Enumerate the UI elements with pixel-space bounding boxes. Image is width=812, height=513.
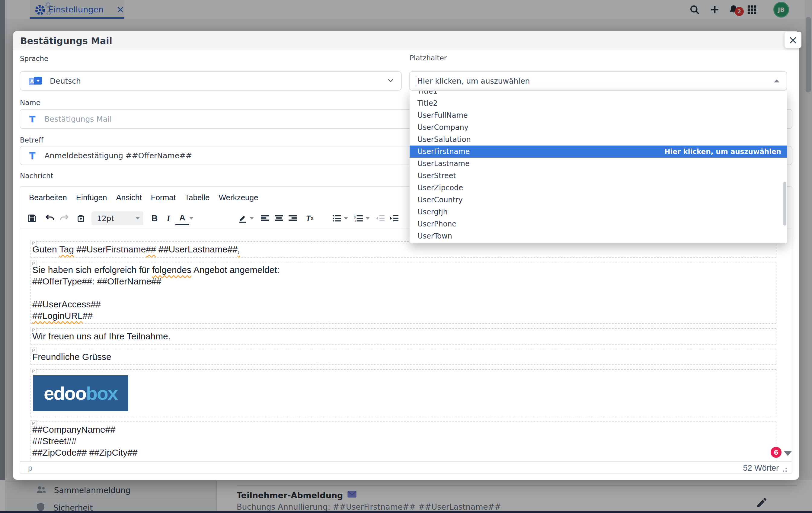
dropdown-item[interactable]: UserPhone [410,218,787,230]
paragraph-block: P edoobox [30,369,776,417]
name-label: Name [20,99,40,107]
menu-tabelle[interactable]: Tabelle [180,191,214,205]
chevron-down-icon [136,217,140,220]
text-color-icon[interactable]: A [175,211,189,225]
dropdown-item[interactable]: UserCountry [410,194,787,206]
page: Einstellungen × 2 [0,0,812,513]
undo-icon[interactable] [43,211,57,225]
dropdown-item[interactable]: Title1 [410,91,787,97]
language-icon: A✦ [29,75,42,87]
block-tag-label: P [30,420,36,427]
chevron-down-icon[interactable] [366,217,370,220]
block-tag-label: P [30,261,36,267]
font-size-select[interactable]: 12pt [91,211,143,225]
dropdown-item[interactable]: UserZipcode [410,182,787,194]
bullet-list-icon[interactable] [330,211,344,225]
numbered-list-icon[interactable]: 123 [352,211,366,225]
dropdown-item[interactable]: Usergfjh [410,206,787,218]
dropdown-item-label: UserFirstname [417,146,470,158]
paragraph-block: P Guten Tag ##UserFirstname## ##UserLast… [30,241,776,258]
editor-statusbar: p 52 Wörter [20,461,792,474]
chevron-down-icon[interactable] [250,217,254,220]
italic-icon[interactable]: I [162,211,175,225]
chevron-down-icon[interactable] [189,217,194,220]
paste-icon[interactable] [74,211,88,225]
align-center-icon[interactable] [272,211,286,225]
align-right-icon[interactable] [286,211,300,225]
scroll-down-arrow-icon[interactable] [784,451,792,456]
save-icon[interactable] [25,211,39,225]
menu-format[interactable]: Format [146,191,180,205]
nachricht-label: Nachricht [20,172,53,180]
dropdown-item[interactable]: UserLastname [410,158,787,170]
bold-icon[interactable]: B [148,211,162,225]
dropdown-item[interactable]: UserTown [410,230,787,242]
word-count: 52 Wörter [743,463,779,473]
text-cursor [416,76,416,86]
platzhalter-combobox[interactable]: Hier klicken, um auszuwählen [409,71,787,91]
modal-bestaetigungs-mail: Bestätigungs Mail × Sprache A✦ Deutsch P… [13,31,799,480]
betreff-value: Anmeldebestätigung ##OfferName## [45,151,192,160]
paragraph-block: P ##CompanyName## ##Street## ##ZipCode##… [30,422,776,461]
font-size-value: 12pt [97,214,114,223]
dropdown-scrollbar-thumb[interactable] [783,182,786,226]
redo-icon[interactable] [57,211,71,225]
indent-icon[interactable] [387,211,401,225]
paragraph-block: P Wir freuen uns auf Ihre Teilnahme. [30,328,776,344]
editor-content[interactable]: P Guten Tag ##UserFirstname## ##UserLast… [20,229,792,461]
modal-header: Bestätigungs Mail [13,31,799,51]
menu-ansicht[interactable]: Ansicht [111,191,146,205]
text-field-icon: T [29,150,35,161]
menu-bearbeiten[interactable]: Bearbeiten [25,191,71,205]
paragraph-block: P Freundliche Grüsse [30,349,776,365]
dropdown-item[interactable]: Title2 [410,97,787,109]
menu-werkzeuge[interactable]: Werkzeuge [214,191,263,205]
block-tag-label: P [30,240,36,247]
resize-grip[interactable] [785,468,787,469]
dropdown-item[interactable]: UserFullName [410,109,787,121]
dropdown-item[interactable]: UserCompany [410,121,787,134]
block-tag-label: P [30,327,36,333]
platzhalter-label: Platzhalter [410,54,447,62]
text-field-icon: T [29,114,35,124]
dropdown-item[interactable]: UserStreet [410,170,787,182]
sprache-value: Deutsch [50,77,81,85]
name-value: Bestätigungs Mail [45,115,112,123]
highlight-pen-icon[interactable] [236,211,250,225]
paragraph-block: P Sie haben sich erfolgreich für folgend… [30,262,776,324]
dropdown-item-selected[interactable]: UserFirstname Hier klicken, um auszuwähl… [410,146,787,158]
edoobox-logo: edoobox [33,375,128,411]
block-tag-label: P [30,368,36,374]
overflow-count-badge: 6 [771,447,782,458]
clear-formatting-icon[interactable]: Tx [303,211,317,225]
svg-text:3: 3 [354,220,356,223]
element-path[interactable]: p [28,464,32,473]
chevron-down-icon [387,76,395,85]
chevron-down-icon[interactable] [344,217,348,220]
platzhalter-dropdown-panel: Title1 Title2 UserFullName UserCompany U… [410,91,787,244]
platzhalter-placeholder: Hier klicken, um auszuwählen [417,77,530,85]
sprache-label: Sprache [20,55,48,62]
caret-up-icon [774,79,779,82]
align-left-icon[interactable] [258,211,272,225]
menu-einfuegen[interactable]: Einfügen [71,191,112,205]
outdent-icon[interactable] [373,211,387,225]
platzhalter-dropdown-list: Title1 Title2 UserFullName UserCompany U… [410,91,787,242]
block-tag-label: P [30,347,36,354]
sprache-select[interactable]: A✦ Deutsch [20,71,402,91]
close-button[interactable]: × [785,32,802,48]
dropdown-selected-hint: Hier klicken, um auszuwählen [664,146,787,158]
betreff-label: Betreff [20,136,44,144]
dropdown-item[interactable]: UserSalutation [410,134,787,146]
modal-title: Bestätigungs Mail [20,36,112,46]
